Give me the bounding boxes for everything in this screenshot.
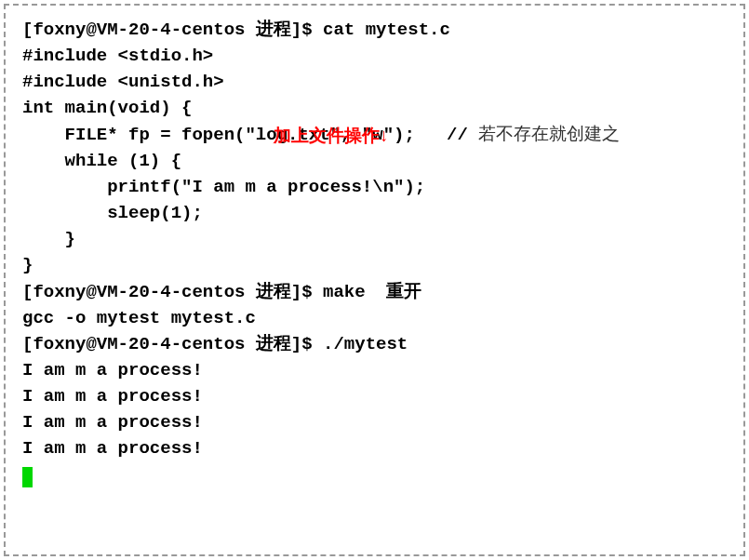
annotation-file-op: 加上文件操作↓ [274, 124, 389, 148]
output-line: I am m a process! [22, 357, 727, 383]
code-line: #include <stdio.h> [22, 43, 727, 69]
make-annotation: 重开 [386, 281, 421, 300]
output-line: I am m a process! [22, 383, 727, 409]
make-cmd: [foxny@VM-20-4-centos 进程]$ make [22, 282, 386, 302]
gcc-line: gcc -o mytest mytest.c [22, 305, 727, 331]
code-line: int main(void) { [22, 95, 727, 121]
code-line: printf("I am m a process!\n"); [22, 174, 727, 200]
code-line: while (1) { [22, 148, 727, 174]
code-line: sleep(1); [22, 200, 727, 226]
code-comment-cn: 若不存在就创建之 [478, 124, 620, 143]
code-fopen: FILE* fp = fopen("log.txt", "w"); // [22, 125, 478, 145]
cursor-block [22, 467, 33, 487]
cursor-line [22, 461, 727, 487]
terminal-output-box: [foxny@VM-20-4-centos 进程]$ cat mytest.c … [4, 4, 745, 556]
prompt-line-cat: [foxny@VM-20-4-centos 进程]$ cat mytest.c [22, 17, 727, 43]
code-line: #include <unistd.h> [22, 69, 727, 95]
output-line: I am m a process! [22, 435, 727, 461]
prompt-line-make: [foxny@VM-20-4-centos 进程]$ make 重开 [22, 278, 727, 305]
code-line: } [22, 252, 727, 278]
output-line: I am m a process! [22, 409, 727, 435]
code-line: } [22, 226, 727, 252]
prompt-line-run: [foxny@VM-20-4-centos 进程]$ ./mytest [22, 331, 727, 357]
